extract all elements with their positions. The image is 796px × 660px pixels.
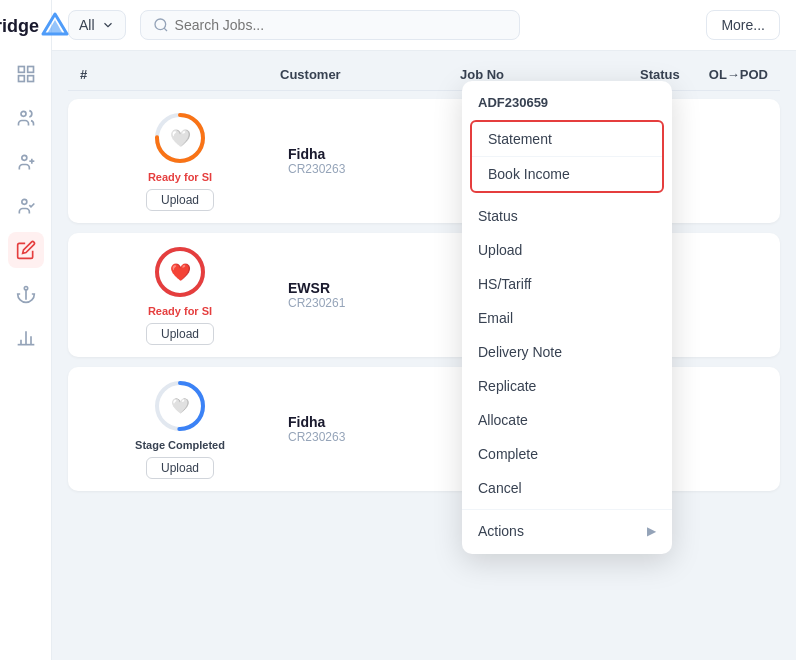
status-circle-1: 🤍	[153, 111, 207, 165]
person-add-icon	[16, 152, 36, 172]
edit-icon	[16, 240, 36, 260]
grid-icon	[16, 64, 36, 84]
search-icon	[153, 17, 169, 33]
status-label-1: Ready for SI	[148, 171, 212, 183]
customer-ref-2: CR230261	[288, 296, 452, 310]
dropdown-item-status[interactable]: Status	[462, 199, 672, 233]
chevron-down-icon	[101, 18, 115, 32]
highlighted-group: Statement Book Income	[470, 120, 664, 193]
sidebar-item-people[interactable]	[8, 100, 44, 136]
customer-cell-1: Fidha CR230263	[280, 146, 460, 176]
filter-dropdown[interactable]: All	[68, 10, 126, 40]
header: All More...	[52, 0, 796, 51]
customer-name-1: Fidha	[288, 146, 452, 162]
sidebar: Bridge	[0, 0, 52, 660]
svg-line-18	[164, 28, 167, 31]
customer-cell-2: EWSR CR230261	[280, 280, 460, 310]
svg-point-10	[21, 199, 26, 204]
customer-name-2: EWSR	[288, 280, 452, 296]
progress-ring-2	[153, 245, 207, 299]
person-check-icon	[16, 196, 36, 216]
search-container	[140, 10, 520, 40]
sidebar-item-person-add[interactable]	[8, 144, 44, 180]
col-status: Status OL→POD	[640, 67, 768, 82]
chevron-right-icon: ▶	[647, 524, 656, 538]
context-menu: ADF230659 Statement Book Income Status U…	[462, 81, 672, 554]
more-button[interactable]: More...	[706, 10, 780, 40]
svg-rect-3	[27, 67, 33, 73]
dropdown-title: ADF230659	[462, 87, 672, 118]
sidebar-item-chart[interactable]	[8, 320, 44, 356]
dropdown-item-actions[interactable]: Actions ▶	[462, 514, 672, 548]
dropdown-item-hs-tariff[interactable]: HS/Tariff	[462, 267, 672, 301]
dropdown-item-replicate[interactable]: Replicate	[462, 369, 672, 403]
svg-rect-4	[18, 76, 24, 82]
status-circle-2: ❤️	[153, 245, 207, 299]
customer-cell-3: Fidha CR230263	[280, 414, 460, 444]
chart-icon	[16, 328, 36, 348]
upload-button-2[interactable]: Upload	[146, 323, 214, 345]
svg-point-17	[155, 19, 166, 30]
customer-name-3: Fidha	[288, 414, 452, 430]
dropdown-item-book-income[interactable]: Book Income	[472, 157, 662, 191]
dropdown-item-email[interactable]: Email	[462, 301, 672, 335]
svg-point-7	[21, 155, 26, 160]
col-jobno: Job No	[460, 67, 640, 82]
people-icon	[16, 108, 36, 128]
table-row: 🤍 Ready for SI Upload Fidha CR230263 OVA…	[68, 99, 780, 223]
table-header: # Customer Job No Status OL→POD	[68, 67, 780, 91]
svg-point-22	[157, 249, 203, 295]
table-area: # Customer Job No Status OL→POD 🤍 Ready …	[52, 51, 796, 660]
customer-ref-1: CR230263	[288, 162, 452, 176]
status-cell-1: 🤍 Ready for SI Upload	[80, 111, 280, 211]
svg-rect-2	[18, 67, 24, 73]
progress-ring-3	[153, 379, 207, 433]
sidebar-item-person-check[interactable]	[8, 188, 44, 224]
svg-point-11	[24, 287, 27, 290]
dropdown-item-cancel[interactable]: Cancel	[462, 471, 672, 505]
search-input[interactable]	[175, 17, 375, 33]
status-label-3: Stage Completed	[135, 439, 225, 451]
progress-ring-1	[153, 111, 207, 165]
status-circle-3: 🤍	[153, 379, 207, 433]
logo-text: Bridge	[0, 16, 39, 37]
dropdown-item-allocate[interactable]: Allocate	[462, 403, 672, 437]
dropdown-item-complete[interactable]: Complete	[462, 437, 672, 471]
sidebar-item-grid[interactable]	[8, 56, 44, 92]
svg-point-6	[21, 111, 26, 116]
table-row: ❤️ Ready for SI Upload EWSR CR230261 ADF…	[68, 233, 780, 357]
bridge-logo-icon	[41, 12, 69, 40]
upload-button-1[interactable]: Upload	[146, 189, 214, 211]
logo: Bridge	[0, 12, 73, 40]
status-label-2: Ready for SI	[148, 305, 212, 317]
dropdown-divider	[462, 509, 672, 510]
dropdown-item-delivery-note[interactable]: Delivery Note	[462, 335, 672, 369]
dropdown-item-upload[interactable]: Upload	[462, 233, 672, 267]
filter-label: All	[79, 17, 95, 33]
status-cell-2: ❤️ Ready for SI Upload	[80, 245, 280, 345]
col-hash: #	[80, 67, 280, 82]
dropdown-item-statement[interactable]: Statement	[472, 122, 662, 156]
customer-ref-3: CR230263	[288, 430, 452, 444]
status-cell-3: 🤍 Stage Completed Upload	[80, 379, 280, 479]
table-row: 🤍 Stage Completed Upload Fidha CR230263 …	[68, 367, 780, 491]
svg-rect-5	[27, 76, 33, 82]
col-customer: Customer	[280, 67, 460, 82]
upload-button-3[interactable]: Upload	[146, 457, 214, 479]
anchor-icon	[16, 284, 36, 304]
sidebar-item-anchor[interactable]	[8, 276, 44, 312]
sidebar-item-edit[interactable]	[8, 232, 44, 268]
main-content: All More... # Customer Job No Status OL→…	[52, 0, 796, 660]
